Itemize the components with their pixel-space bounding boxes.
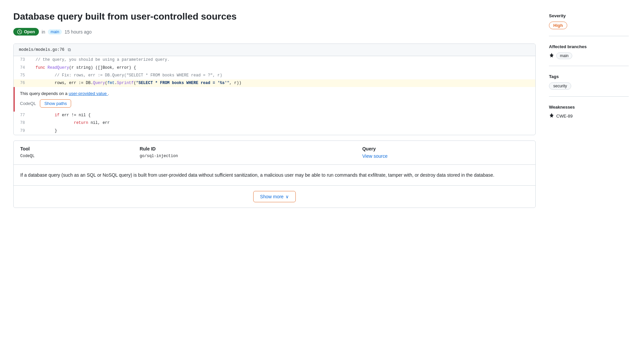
codeql-row: CodeQL Show paths [20, 99, 530, 108]
code-panel: models/models.go:76 ⧉ 73 // the query, y… [13, 44, 536, 135]
alert-text: This query depends on a user-provided va… [20, 91, 530, 96]
description-box: If a database query (such as an SQL or N… [14, 165, 535, 186]
meta-branch: main [48, 29, 62, 35]
codeql-label: CodeQL [20, 101, 36, 106]
tool-header: Tool [20, 146, 140, 153]
shield-branch-icon [549, 53, 554, 59]
info-panel: Tool Rule ID Query CodeQL go/sql-injecti… [13, 140, 536, 208]
code-line-73: 73 // the query, you should be using a p… [14, 56, 535, 64]
severity-badge: High [549, 22, 567, 29]
code-line-77: 77 if err != nil { [14, 112, 535, 119]
status-badge: Open [13, 28, 39, 36]
branch-row: main [549, 52, 629, 59]
severity-label: Severity [549, 13, 629, 18]
copy-button[interactable]: ⧉ [67, 46, 71, 53]
shield-weakness-icon [549, 113, 554, 119]
weaknesses-label: Weaknesses [549, 105, 629, 110]
weakness-row: CWE-89 [549, 113, 629, 119]
show-paths-button[interactable]: Show paths [40, 99, 71, 108]
rule-id-value: go/sql-injection [140, 153, 362, 159]
meta-time: 15 hours ago [64, 29, 92, 35]
code-panel-header: models/models.go:76 ⧉ [14, 44, 535, 56]
code-line-79: 79 } [14, 127, 535, 135]
show-more-row: Show more ∨ [14, 186, 535, 208]
tags-label: Tags [549, 74, 629, 79]
user-provided-link[interactable]: user-provided value [69, 91, 108, 96]
sidebar: Severity High Affected branches main Tag… [549, 11, 629, 208]
code-line-75: 75 // Fix: rows, err := DB.Query("SELECT… [14, 72, 535, 79]
sidebar-tags-section: Tags security [549, 74, 629, 97]
chevron-down-icon: ∨ [285, 194, 289, 199]
affected-branches-label: Affected branches [549, 44, 629, 49]
alert-box: This query depends on a user-provided va… [14, 87, 535, 112]
rule-id-header: Rule ID [140, 146, 362, 153]
sidebar-severity-section: Severity High [549, 13, 629, 36]
meta-in: in [42, 29, 45, 35]
query-value: View source [362, 153, 529, 159]
branch-tag: main [556, 52, 572, 59]
view-source-link[interactable]: View source [362, 153, 387, 159]
code-block: 73 // the query, you should be using a p… [14, 56, 535, 87]
tag-security: security [549, 82, 571, 90]
page-title: Database query built from user-controlle… [13, 11, 536, 23]
shield-icon [17, 30, 22, 34]
header-meta: Open in main 15 hours ago [13, 28, 536, 36]
file-path: models/models.go:76 [19, 47, 64, 52]
code-line-74: 74 func ReadQuery(r string) ([]Book, err… [14, 64, 535, 72]
code-line-78: 78 return nil, err [14, 119, 535, 127]
info-table: Tool Rule ID Query CodeQL go/sql-injecti… [14, 141, 535, 165]
code-line-76: 76 rows, err := DB.Query(fmt.Sprintf("SE… [14, 79, 535, 87]
tool-value: CodeQL [20, 153, 140, 159]
query-header: Query [362, 146, 529, 153]
weakness-value: CWE-89 [556, 114, 573, 119]
sidebar-weaknesses-section: Weaknesses CWE-89 [549, 105, 629, 126]
description-text: If a database query (such as an SQL or N… [20, 171, 529, 179]
copy-icon: ⧉ [68, 47, 71, 52]
sidebar-branches-section: Affected branches main [549, 44, 629, 66]
show-more-button[interactable]: Show more ∨ [253, 191, 296, 202]
code-block-after: 77 if err != nil { 78 return nil, err 79… [14, 112, 535, 135]
